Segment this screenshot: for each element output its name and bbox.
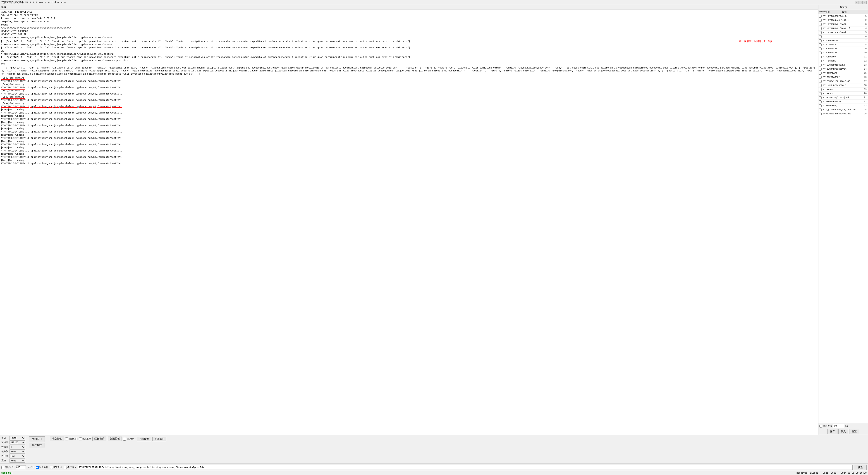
multi-text-row[interactable]: AT+MQTTUSERCFG=0,1,'1 (818, 14, 868, 18)
mt-row-checkbox[interactable] (819, 23, 822, 26)
output-line: 560 (1, 62, 817, 65)
continuous-receive-checkbox[interactable] (65, 438, 68, 440)
mt-row-text: AT+MQTTCONN=0,'192.1 (823, 19, 861, 22)
mt-row-num: 18 (861, 84, 868, 87)
multi-text-row[interactable]: r.typicode.com,80,/posts/124 (818, 108, 868, 112)
output-line: AT+HTTPCLIENTLINE=1,2,application/json,j… (1, 36, 817, 39)
minimize-button[interactable]: － (855, 1, 859, 4)
clear-receive-button[interactable]: 清空接收 (50, 437, 64, 441)
mt-row-checkbox[interactable] (819, 72, 822, 75)
mt-row-checkbox[interactable] (819, 43, 822, 46)
timestamp: 2024-01-29 00:56:00 (841, 472, 867, 474)
send-options: 定时发送 ms/次 发送新行 HEX发送 格式输入 (1, 465, 76, 469)
mt-row-num: 3 (861, 23, 868, 26)
save-receive-button[interactable]: 保存接收 (29, 443, 45, 447)
multi-text-row[interactable]: AT+WPS=120 (818, 92, 868, 96)
timed-send-label: 定时发送 (1, 466, 14, 469)
download-model-button[interactable]: 下载模型 (137, 437, 151, 441)
send-button[interactable]: 发送 (854, 465, 867, 470)
mt-row-checkbox[interactable] (819, 60, 822, 62)
multi-text-row[interactable]: AT+CIPSTA?8 (818, 43, 868, 47)
databits-select[interactable]: 8 (9, 445, 25, 449)
multi-text-row[interactable]: AT+CIUPDATE15 (818, 71, 868, 75)
timed-value-input[interactable] (16, 465, 26, 469)
flow-select[interactable]: None (9, 459, 25, 463)
save-multitext-button[interactable]: 保存 (828, 429, 837, 434)
delay-checkbox[interactable] (819, 425, 822, 428)
hide-panel-button[interactable]: 隐藏面板 (108, 437, 122, 441)
delay-row: 循环发送 ms (819, 424, 867, 428)
delay-input[interactable] (833, 424, 844, 428)
mt-row-checkbox[interactable] (819, 92, 822, 95)
multi-text-row[interactable]: AT+CLDUNBIND7 (818, 39, 868, 43)
open-close-port-button[interactable]: 关闭串口 (29, 436, 45, 442)
load-multitext-button[interactable]: 载入 (838, 429, 848, 434)
mt-row-checkbox[interactable] (819, 96, 822, 99)
port-settings: 串口 COM3 波特率 115200 数据位 8 校验位 None 停止位 On… (1, 436, 25, 463)
multi-text-list[interactable]: AT+MQTTUSERCFG=0,1,'1AT+MQTTCONN=0,'192.… (818, 14, 868, 423)
parity-label: 校验位 (1, 450, 8, 453)
multi-text-row[interactable]: AT+CLDSTOP11 (818, 55, 868, 59)
output-line: AT+HTTPCLIENTLINE=1,2,application/json,j… (1, 43, 817, 46)
mt-row-checkbox[interactable] (819, 76, 822, 79)
mt-row-checkbox[interactable] (819, 88, 822, 91)
mt-row-checkbox[interactable] (819, 19, 822, 22)
mt-row-checkbox[interactable] (819, 80, 822, 83)
multi-text-row[interactable]: AT+CWSTARTDISCOVER..14 (818, 67, 868, 71)
run-mode-button[interactable]: 运行模式 (92, 437, 106, 441)
timed-send-checkbox[interactable] (1, 466, 4, 469)
mt-row-text: AT+CLDUNBIND (823, 39, 861, 42)
multi-text-row[interactable]: AT+RESTORE12 (818, 59, 868, 63)
mt-row-checkbox[interactable] (819, 47, 822, 50)
mt-row-text: AT+MQTTPUB=0,'Test:'{ (823, 27, 861, 30)
stopbits-select[interactable]: One (9, 454, 25, 458)
send-input[interactable] (78, 465, 852, 470)
mt-row-checkbox[interactable] (819, 31, 822, 34)
output-area[interactable]: wifi_mac: b40ecf2b0415sdk_version: relea… (0, 9, 818, 435)
hex-display-checkbox[interactable] (79, 438, 82, 440)
multi-text-row[interactable]: AT+WPS=019 (818, 88, 868, 92)
mt-row-checkbox[interactable] (819, 56, 822, 58)
mt-row-text: AT+PING="192.168.0.4" (823, 80, 861, 82)
login-history-button[interactable]: 登录历史 (152, 437, 166, 441)
multi-text-row[interactable]: AT+WMODE=3,123 (818, 104, 868, 108)
hex-send-checkbox[interactable] (50, 466, 53, 469)
mt-row-checkbox[interactable] (819, 15, 822, 18)
format-input-checkbox[interactable] (64, 466, 67, 469)
multi-text-row[interactable]: AT+UART_DEF=9600,8,118 (818, 83, 868, 88)
multi-text-row[interactable]: AT+MQTTCONN=0,'192.12 (818, 18, 868, 22)
multi-text-row[interactable]: AT+CWJAP_DEF='newfi..5 (818, 31, 868, 35)
mt-row-checkbox[interactable] (819, 35, 822, 38)
multi-text-row[interactable]: 6 (818, 35, 868, 39)
multi-text-row[interactable]: AT+MQTTPUB=0,'Test:'{4 (818, 27, 868, 31)
close-button[interactable]: × (863, 1, 867, 4)
mt-row-checkbox[interactable] (819, 27, 822, 30)
mt-row-checkbox[interactable] (819, 112, 822, 115)
multi-text-row[interactable]: AT+WJAP='wylim22@und21 (818, 96, 868, 100)
multi-text-row[interactable]: AT+PING="192.168.0.4"17 (818, 79, 868, 83)
mt-row-checkbox[interactable] (819, 64, 822, 66)
mt-row-checkbox[interactable] (819, 84, 822, 87)
multi-text-row[interactable]: AT+MQTTSUB=0,'MQTT:3 (818, 22, 868, 27)
parity-select[interactable]: None (9, 449, 25, 453)
reset-multitext-button[interactable]: 置置 (849, 429, 859, 434)
mid-controls: 清空接收 接收时间 HEX显示 运行模式 隐藏面板 自动执行 下载模型 登录历史 (49, 436, 168, 442)
multi-text-row[interactable]: AT+CWSTOPDISCOVER13 (818, 63, 868, 67)
multi-text-row[interactable]: 1=value1&param2=value225 (818, 112, 868, 116)
port-select[interactable]: COM3 (9, 436, 25, 440)
maximize-button[interactable]: □ (859, 1, 863, 4)
send-newline-checkbox[interactable] (36, 466, 39, 469)
main-layout: 接收 wifi_mac: b40ecf2b0415sdk_version: re… (0, 5, 868, 435)
multi-text-row[interactable]: AT+LANSTART9 (818, 47, 868, 51)
multi-text-row[interactable]: AT+CIPSTAMAC?16 (818, 75, 868, 79)
mt-row-checkbox[interactable] (819, 52, 822, 54)
mt-row-checkbox[interactable] (819, 68, 822, 71)
auto-execute-checkbox[interactable] (123, 438, 126, 441)
multi-text-row[interactable]: AT+CLDSTART10 (818, 51, 868, 55)
mt-row-checkbox[interactable] (819, 104, 822, 107)
mt-row-checkbox[interactable] (819, 108, 822, 111)
baud-select[interactable]: 115200 (9, 440, 25, 444)
mt-row-checkbox[interactable] (819, 39, 822, 42)
multi-text-row[interactable]: AT+WAUTOCONN=122 (818, 100, 868, 104)
mt-row-checkbox[interactable] (819, 100, 822, 103)
